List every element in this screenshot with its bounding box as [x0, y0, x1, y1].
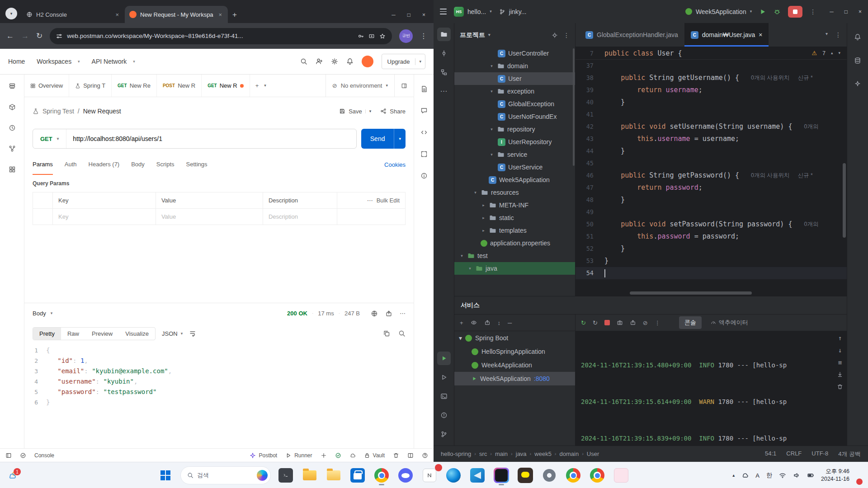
status-check-icon[interactable]: [20, 452, 26, 459]
notion-icon[interactable]: [420, 466, 439, 484]
tree-item[interactable]: CUserService: [454, 161, 575, 174]
crumb[interactable]: User: [587, 450, 599, 457]
more-tools-icon[interactable]: ⋯: [437, 84, 451, 98]
commit-tool-icon[interactable]: [437, 47, 451, 60]
tree-item[interactable]: application.properties: [454, 237, 575, 249]
editor-tab-user[interactable]: C domain₩User.java ×: [684, 23, 769, 47]
tree-item[interactable]: ▾domain: [454, 60, 575, 72]
tab-console[interactable]: 콘솔: [679, 316, 702, 329]
terminal-app-icon[interactable]: [277, 466, 295, 484]
tree-item[interactable]: ▾exception: [454, 85, 575, 98]
terminal-tool-icon[interactable]: [437, 389, 451, 403]
project-tool-icon[interactable]: [437, 28, 451, 41]
scroll-to-end-icon[interactable]: [837, 371, 843, 378]
upgrade-button[interactable]: Upgrade ▾: [382, 54, 425, 69]
notifications-icon[interactable]: [851, 30, 864, 44]
editor-h-scrollbar[interactable]: [630, 291, 752, 295]
vscode-icon[interactable]: [468, 466, 486, 484]
nav-workspaces[interactable]: Workspaces ▾: [37, 58, 80, 65]
console-button[interactable]: Console: [34, 452, 54, 459]
breadcrumb-request[interactable]: New Request: [83, 108, 121, 115]
debug-button[interactable]: [774, 8, 781, 15]
onedrive-cloud-icon[interactable]: [741, 472, 749, 479]
clear-all-icon[interactable]: [837, 384, 843, 390]
format-selector[interactable]: JSON ▾: [162, 330, 183, 337]
view-raw[interactable]: Raw: [61, 328, 85, 340]
postbot-button[interactable]: Postbot: [250, 452, 277, 459]
tab-scripts[interactable]: Scripts: [156, 154, 175, 175]
tree-item[interactable]: ▸static: [454, 211, 575, 224]
save-button[interactable]: Save ▾: [339, 108, 371, 115]
view-preview[interactable]: Preview: [85, 328, 119, 340]
account-avatar[interactable]: [362, 56, 373, 67]
screenshot-icon[interactable]: [617, 319, 623, 326]
tree-item[interactable]: ▸templates: [454, 224, 575, 237]
tree-item[interactable]: ▾test: [454, 249, 575, 262]
intellij-icon[interactable]: [492, 466, 510, 484]
globe-icon[interactable]: [371, 310, 378, 317]
history-icon[interactable]: [9, 124, 16, 131]
sticky-notes-icon[interactable]: [612, 466, 630, 484]
usages-hint[interactable]: 0개의: [804, 121, 818, 133]
password-key-icon[interactable]: [358, 33, 364, 39]
tab-body[interactable]: Body: [131, 154, 145, 175]
environments-icon[interactable]: [9, 103, 16, 111]
line-ending[interactable]: CRLF: [786, 450, 802, 458]
clear-console-icon[interactable]: ⊘: [643, 320, 648, 326]
scroll-down-icon[interactable]: ↓: [838, 347, 842, 353]
editor-v-scrollbar[interactable]: [843, 163, 846, 238]
export-icon[interactable]: [630, 319, 636, 326]
close-icon[interactable]: ×: [859, 9, 862, 14]
structure-tool-icon[interactable]: [437, 66, 451, 79]
tree-item[interactable]: ▾service: [454, 148, 575, 161]
help-icon[interactable]: [422, 452, 428, 459]
console-log[interactable]: 2024-11-16T21:39:15.480+09:00 INFO 1780 …: [576, 331, 847, 446]
crumb[interactable]: hello-spring: [441, 450, 471, 457]
clock[interactable]: 오후 9:46 2024-11-16: [821, 468, 849, 483]
project-scrollbar[interactable]: [573, 48, 575, 166]
cast-icon[interactable]: [368, 33, 375, 39]
ws-tab-request-1[interactable]: GET New Re: [112, 75, 157, 97]
usages-hint[interactable]: 0개의: [804, 218, 818, 230]
scroll-up-icon[interactable]: ↑: [838, 335, 842, 341]
view-pretty[interactable]: Pretty: [33, 328, 61, 340]
tree-item[interactable]: ▾repository: [454, 123, 575, 136]
chrome-profile-3-icon[interactable]: [588, 466, 606, 484]
widgets-button[interactable]: 1: [7, 470, 17, 480]
battery-icon[interactable]: [807, 472, 814, 479]
send-button[interactable]: Send ▾: [361, 129, 406, 149]
close-tab-icon[interactable]: ×: [114, 12, 120, 18]
environment-selector[interactable]: ⊘ No environment ▾: [326, 75, 394, 97]
copy-icon[interactable]: [383, 330, 390, 337]
view-visualize[interactable]: Visualize: [119, 328, 155, 340]
stop-icon[interactable]: [604, 320, 610, 325]
sync-ok-icon[interactable]: [335, 452, 341, 459]
ws-tab-collection[interactable]: Spring T: [69, 75, 112, 97]
problems-tool-icon[interactable]: [437, 408, 451, 422]
auto-select-icon[interactable]: [321, 452, 327, 459]
inspections-widget[interactable]: ⚠ 7 ▴ ▾: [812, 50, 847, 56]
volume-icon[interactable]: [793, 472, 800, 479]
address-bar[interactable]: web.postman.co/workspace/My-Workspace~81…: [50, 28, 392, 44]
nav-api-network[interactable]: API Network ▾: [92, 58, 135, 65]
tab-params[interactable]: Params: [33, 154, 53, 175]
response-more-icon[interactable]: ⋯: [400, 310, 406, 316]
tab-actuator[interactable]: 액추에이터: [705, 316, 754, 329]
method-selector[interactable]: GET ▾: [33, 136, 66, 142]
cookies-link[interactable]: Cookies: [384, 161, 406, 168]
ws-tab-request-active[interactable]: GET New R: [202, 75, 250, 97]
run-button[interactable]: [759, 8, 766, 15]
new-hint[interactable]: 신규 *: [797, 169, 812, 182]
add-service-icon[interactable]: +: [460, 320, 463, 326]
code-editor[interactable]: 37 38 public String getUsername() {0개의 사…: [576, 60, 847, 279]
minimize-icon[interactable]: ─: [392, 12, 396, 18]
info-icon[interactable]: [420, 172, 428, 179]
ws-tab-overview[interactable]: Overview: [24, 75, 69, 97]
key-input[interactable]: Key: [53, 209, 156, 225]
database-tool-icon[interactable]: [851, 54, 864, 67]
main-menu-icon[interactable]: [440, 9, 447, 14]
flows-icon[interactable]: [9, 145, 16, 152]
response-body-label[interactable]: Body: [33, 310, 46, 317]
tab-options-icon[interactable]: ▾: [264, 84, 266, 88]
view-options-icon[interactable]: [471, 319, 477, 326]
